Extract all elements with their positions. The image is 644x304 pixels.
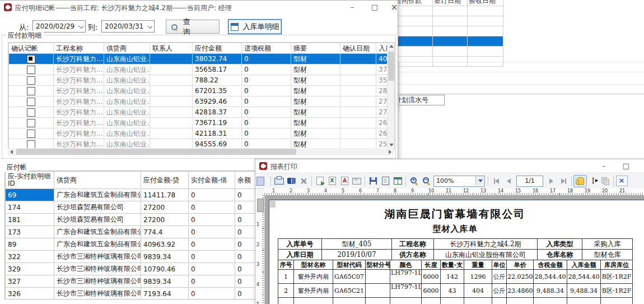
table-row[interactable]: 长沙万科魅力...山东南山铝业... 42118.310型材 265 xyxy=(9,128,388,139)
book-icon xyxy=(287,178,296,184)
payable-group-label: 应付帐 xyxy=(4,163,29,172)
page-number-box[interactable]: 1/1 xyxy=(516,176,543,187)
minimize-button[interactable] xyxy=(344,2,360,13)
vertical-scrollbar[interactable] xyxy=(387,43,395,149)
confirm-checkbox[interactable] xyxy=(27,130,35,138)
export-excel-button[interactable] xyxy=(326,176,338,187)
scroll-right-arrow[interactable] xyxy=(389,150,391,154)
prev-page-button[interactable] xyxy=(502,176,515,187)
window-title: 报表打印 xyxy=(270,162,297,172)
send-mail-button[interactable] xyxy=(351,176,363,187)
confirm-checkbox[interactable] xyxy=(27,98,35,106)
divider xyxy=(392,94,644,94)
confirm-checkbox[interactable] xyxy=(27,108,35,117)
table-row[interactable]: 长沙万科魅力...山东南山铝业... 788.220型材 358 xyxy=(9,75,388,86)
confirm-checkbox[interactable] xyxy=(27,119,35,127)
page-view-button[interactable] xyxy=(379,176,391,187)
confirm-checkbox[interactable] xyxy=(27,76,35,85)
separator xyxy=(613,176,614,186)
inbound-form-icon xyxy=(231,23,239,31)
zoom-select[interactable]: 100% xyxy=(433,176,485,187)
next-page-button[interactable] xyxy=(545,176,557,187)
maximize-button[interactable] xyxy=(367,2,382,13)
table-view-button[interactable] xyxy=(391,176,404,187)
separator xyxy=(270,176,271,186)
ruler-number: 12 xyxy=(463,188,469,194)
confirm-checkbox[interactable] xyxy=(27,87,35,95)
contract-table-header: 合同价款签订日期验收日期 xyxy=(387,0,503,6)
print-button[interactable] xyxy=(273,176,285,187)
zoom-in-button[interactable]: + xyxy=(408,176,420,187)
text-select-tool-button[interactable]: I xyxy=(587,176,599,187)
zoom-in-icon: + xyxy=(410,177,418,185)
scroll-left-arrow[interactable] xyxy=(10,150,13,154)
scroll-thumb[interactable] xyxy=(388,52,394,81)
scroll-down-arrow[interactable] xyxy=(389,144,394,146)
export-pdf-button[interactable] xyxy=(338,176,351,187)
ruler-number: 2 xyxy=(290,188,292,194)
report-detail-table: 序号型材名称型材代码型材分号颜色长度数量-支重量单位单价含税金额入库金额库房库位… xyxy=(278,260,633,304)
table-row[interactable]: 长沙万科魅力...山东南山铝业... 38032.740型材 405 xyxy=(9,54,388,65)
report-page: 湖南巨晟门窗幕墙有限公司 型材入库单 入库单号型材_405工程名称长沙万科魅力之… xyxy=(269,200,644,304)
scroll-thumb[interactable] xyxy=(257,199,264,212)
page-setup-button[interactable] xyxy=(285,176,297,187)
window-partial-icon xyxy=(256,176,269,187)
table-row[interactable]: 长沙万科魅力...山东南山铝业... 73671.190型材 266 xyxy=(9,118,388,128)
report-detail-header: 序号型材名称型材代码型材分号颜色长度数量-支重量单位单价含税金额入库金额库房库位 xyxy=(278,260,633,270)
close-icon xyxy=(616,176,628,186)
confirm-checkbox[interactable] xyxy=(27,66,35,74)
zoom-value: 100% xyxy=(436,177,454,185)
ruler-number: 4 xyxy=(256,282,259,287)
ruler-number: 1 xyxy=(272,188,275,194)
titlebar[interactable]: 报表打印 xyxy=(255,159,644,173)
table-row[interactable] xyxy=(387,6,503,16)
inbound-detail-button[interactable]: 入库单明细 xyxy=(228,19,282,34)
divider xyxy=(392,62,644,62)
maximize-button[interactable] xyxy=(618,160,634,172)
ruler-number: 13 xyxy=(480,188,486,194)
from-date-value: 2020/02/29 xyxy=(36,22,74,30)
copy-button[interactable] xyxy=(599,176,612,187)
next-page-icon xyxy=(549,178,553,184)
close-button[interactable] xyxy=(640,160,644,172)
table-row[interactable] xyxy=(387,26,503,36)
tools-icon xyxy=(300,177,307,185)
serial-number-field[interactable]: 计划流水号 xyxy=(392,95,445,105)
to-date-select[interactable]: 2020/03/31 xyxy=(101,20,155,33)
export-button[interactable] xyxy=(314,176,326,187)
app-icon xyxy=(4,3,12,11)
save-button[interactable] xyxy=(367,176,379,187)
ruler-number: 17 xyxy=(550,188,556,194)
table-row[interactable]: 长沙万科魅力...山东南山铝业... 67201.350型材 283 xyxy=(9,86,388,96)
close-preview-button[interactable] xyxy=(615,176,628,187)
query-button[interactable]: 查 询 xyxy=(166,20,220,34)
scroll-thumb[interactable] xyxy=(16,149,296,155)
options-button[interactable] xyxy=(297,176,310,187)
ruler-number: 20 xyxy=(602,188,608,194)
hand-tool-button[interactable] xyxy=(573,175,587,187)
print-preview-area[interactable]: 12345 湖南巨晟门窗幕墙有限公司 型材入库单 入库单号型材_405工程名称长… xyxy=(255,195,644,304)
prev-page-icon xyxy=(507,178,511,184)
table-row[interactable]: 长沙万科魅力...山东南山铝业... 35658.170型材 376 xyxy=(9,65,388,75)
pdf-icon xyxy=(341,177,348,185)
minimize-button[interactable] xyxy=(596,160,612,172)
first-page-button[interactable] xyxy=(490,176,502,187)
table-row[interactable] xyxy=(387,47,503,57)
separator xyxy=(365,176,365,186)
chevron-down-icon xyxy=(147,24,152,29)
scroll-up-arrow[interactable] xyxy=(389,45,394,48)
table-row[interactable]: 长沙万科魅力...山东南山铝业... 63929.460型材 276 xyxy=(9,96,388,107)
titlebar[interactable]: 应付明细记帐------当前工程: 长沙万科魅力之城4.2期------当前用户… xyxy=(0,1,398,14)
report-info-row: 入库日期2019/10/07供方名称山东南山铝业股份有限公司仓库名称型材仓库 xyxy=(278,250,633,260)
last-page-button[interactable] xyxy=(557,176,570,187)
zoom-out-button[interactable]: − xyxy=(420,176,432,187)
confirm-checkbox[interactable] xyxy=(27,140,35,149)
confirm-checkbox[interactable] xyxy=(27,55,35,63)
close-button[interactable] xyxy=(386,2,402,13)
table-row[interactable] xyxy=(387,16,503,26)
table-row[interactable] xyxy=(387,36,503,47)
horizontal-scrollbar[interactable] xyxy=(8,148,394,155)
table-row[interactable]: 长沙万科魅力...山东南山铝业... 42818.370型材 275 xyxy=(9,107,388,118)
ruler-number: 4 xyxy=(324,188,327,194)
report-form-title: 型材入库单 xyxy=(278,224,632,234)
